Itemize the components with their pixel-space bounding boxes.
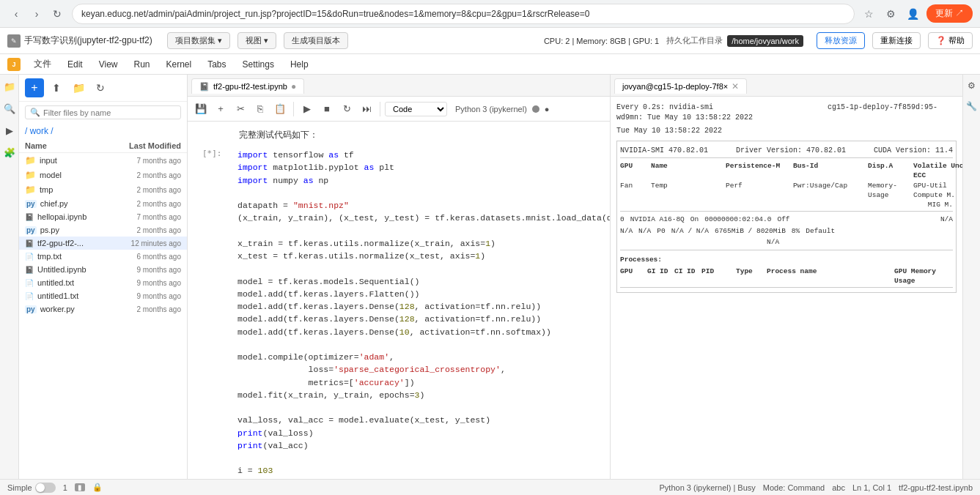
refresh-button[interactable]: ↻ (91, 78, 110, 97)
list-item[interactable]: 📄untitled.txt9 months ago (19, 276, 187, 289)
notebook-area: 📓 tf2-gpu-tf2-test.ipynb ● 💾 + ✂ ⎘ 📋 ▶ ■… (188, 75, 980, 479)
extensions-button[interactable]: ⚙ (883, 5, 900, 23)
terminal-date: Tue May 10 13:58:22 2022 (616, 126, 957, 136)
list-item[interactable]: pyworker.py2 months ago (19, 302, 187, 316)
reload-button[interactable]: ↻ (48, 5, 66, 23)
menu-settings[interactable]: Settings (235, 57, 281, 72)
file-name: tmp.txt (37, 252, 111, 261)
browser-actions: ☆ ⚙ 👤 更新 ↗ (861, 4, 973, 23)
menu-edit[interactable]: Edit (60, 57, 90, 72)
processes-empty (620, 287, 953, 289)
settings-right-icon[interactable]: ⚙ (965, 78, 979, 93)
bookmark-button[interactable]: ☆ (861, 5, 878, 23)
list-item[interactable]: 📓Untitled.ipynb9 months ago (19, 263, 187, 276)
menu-view[interactable]: View (92, 57, 125, 72)
new-folder-button[interactable]: 📁 (69, 78, 88, 97)
work-path: /home/jovyan/work (727, 35, 803, 47)
menu-tabs[interactable]: Tabs (200, 57, 233, 72)
project-dataset-button[interactable]: 项目数据集 ▾ (167, 32, 230, 49)
file-name: worker.py (40, 305, 111, 313)
terminal-tab-label: jovyan@cg15-1p-deploy-7f8× (622, 82, 728, 91)
list-item[interactable]: 📄untitled1.txt9 months ago (19, 289, 187, 302)
gpu-compute: Default (806, 226, 835, 236)
copy-button[interactable]: ⎘ (251, 100, 269, 118)
update-button[interactable]: 更新 ↗ (926, 4, 973, 23)
code-block[interactable]: import tensorflow as tf import matplotli… (237, 149, 610, 479)
list-item[interactable]: 📄tmp.txt6 months ago (19, 250, 187, 263)
terminal-content[interactable]: Every 0.2s: nvidia-smi cg15-1p-deploy-7f… (611, 97, 962, 479)
upload-button[interactable]: ⬆ (47, 78, 66, 97)
menu-file[interactable]: 文件 (26, 56, 59, 72)
new-file-button[interactable]: + (25, 78, 44, 97)
python-kernel-status: Python 3 (ipykernel) | Busy (660, 483, 756, 492)
restart-button[interactable]: ↻ (338, 100, 355, 118)
txt-icon: 📄 (25, 279, 34, 287)
file-date: 2 months ago (115, 226, 181, 234)
cell-type-select[interactable]: Code Markdown (385, 102, 447, 116)
modified-column-header: Last Modified (115, 141, 181, 150)
close-terminal-tab-button[interactable]: ✕ (732, 81, 739, 92)
content-area: 📓 tf2-gpu-tf2-test.ipynb ● 💾 + ✂ ⎘ 📋 ▶ ■… (188, 75, 980, 479)
view-button[interactable]: 视图 ▾ (237, 32, 276, 49)
add-cell-button[interactable]: + (212, 100, 229, 118)
ln-col-label: Ln 1, Col 1 (852, 483, 891, 492)
list-item[interactable]: pychief.py2 months ago (19, 197, 187, 210)
file-name: input (40, 156, 111, 165)
breadcrumb[interactable]: / work / (19, 123, 187, 139)
help-button[interactable]: ❓ 帮助 (928, 32, 973, 49)
list-item[interactable]: 📁tmp2 months ago (19, 182, 187, 197)
notebook-title: 手写数字识别(jupyter-tf2-gpu-tf2) (24, 34, 152, 47)
stop-button[interactable]: ■ (318, 100, 336, 118)
restart-run-button[interactable]: ⏭ (358, 100, 375, 118)
run-icon[interactable]: ▶ (1, 122, 18, 138)
menu-help[interactable]: Help (283, 57, 316, 72)
gpu-fan: N/A (620, 226, 633, 236)
file-date: 2 months ago (115, 305, 181, 313)
list-item[interactable]: 📓hellopai.ipynb7 months ago (19, 210, 187, 223)
build-right-icon[interactable]: 🔧 (965, 99, 979, 113)
search-sidebar-icon[interactable]: 🔍 (1, 100, 18, 116)
back-button[interactable]: ‹ (7, 5, 25, 23)
search-input[interactable] (43, 108, 176, 117)
menu-run[interactable]: Run (126, 57, 157, 72)
menu-kernel[interactable]: Kernel (159, 57, 199, 72)
terminal-tab[interactable]: jovyan@cg15-1p-deploy-7f8× ✕ (614, 78, 747, 94)
jupyter-top-bar: ✎ 手写数字识别(jupyter-tf2-gpu-tf2) 项目数据集 ▾ 视图… (0, 28, 980, 54)
gpu-mig: N/A (767, 238, 779, 246)
file-search-box: 🔍 (25, 105, 181, 119)
save-button[interactable]: 💾 (192, 100, 210, 118)
notebook-tab[interactable]: 📓 tf2-gpu-tf2-test.ipynb ● (191, 78, 304, 94)
cut-button[interactable]: ✂ (232, 100, 249, 118)
create-version-button[interactable]: 生成项目版本 (284, 32, 348, 49)
run-cell-button[interactable]: ▶ (298, 100, 316, 118)
profile-button[interactable]: 👤 (905, 5, 922, 23)
list-item[interactable]: 📁input7 months ago (19, 153, 187, 168)
release-resource-button[interactable]: 释放资源 (817, 32, 865, 49)
forward-button[interactable]: › (28, 5, 45, 23)
reconnect-button[interactable]: 重新连接 (872, 32, 921, 49)
gpu-temp: N/A (638, 226, 651, 236)
nav-buttons: ‹ › ↻ (7, 5, 66, 23)
notebook-tab-bar: 📓 tf2-gpu-tf2-test.ipynb ● (188, 75, 610, 97)
close-tab-button[interactable]: ● (291, 81, 296, 92)
notebook-tab-label: tf2-gpu-tf2-test.ipynb (213, 82, 287, 91)
files-icon[interactable]: 📁 (1, 78, 18, 94)
gpu-perf: P0 (657, 226, 665, 236)
notebook-content[interactable]: 完整测试代码如下： [*]: import tensorflow as tf i… (188, 122, 610, 479)
sidebar-toolbar: + ⬆ 📁 ↻ (19, 75, 187, 102)
list-item[interactable]: 📁model2 months ago (19, 168, 187, 182)
file-date: 9 months ago (115, 279, 181, 287)
list-item[interactable]: 📓tf2-gpu-tf2-...12 minutes ago (19, 237, 187, 250)
gpu-mem: 6765MiB / 8020MiB (715, 226, 786, 236)
terminal-panel: jovyan@cg15-1p-deploy-7f8× ✕ Every 0.2s:… (611, 75, 962, 479)
simple-toggle[interactable]: Simple (7, 483, 56, 493)
address-bar[interactable]: keyan.educg.net/admin/paiAdmin/project_r… (72, 4, 855, 24)
list-item[interactable]: pyps.py2 months ago (19, 223, 187, 237)
file-date: 2 months ago (115, 200, 181, 208)
notebook-tab-icon: 📓 (199, 82, 210, 92)
folder-icon: 📁 (25, 170, 36, 180)
ipynb-icon: 📓 (25, 213, 34, 221)
paste-button[interactable]: 📋 (271, 100, 289, 118)
extensions-sidebar-icon[interactable]: 🧩 (1, 144, 18, 160)
file-name: hellopai.ipynb (37, 212, 111, 221)
